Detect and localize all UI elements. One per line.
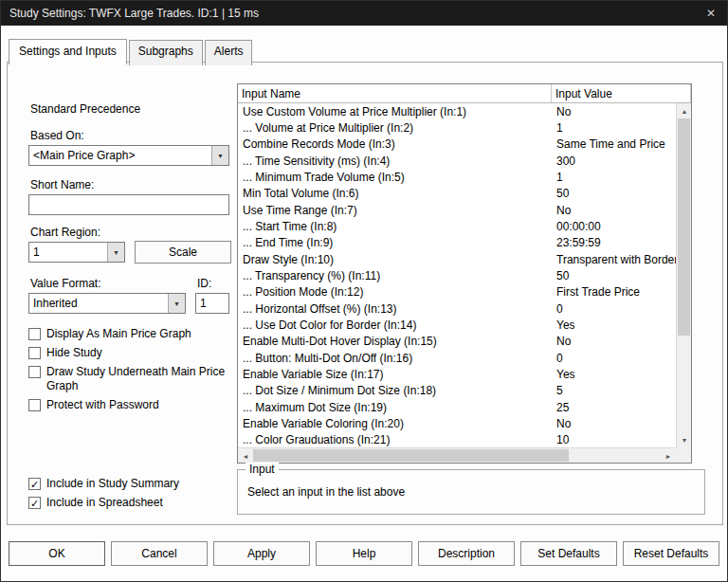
table-row[interactable]: ... Start Time (In:8)00:00:00 (238, 218, 676, 234)
input-name-cell: ... Minimum Trade Volume (In:5) (238, 171, 552, 184)
table-row[interactable]: ... Color Grauduations (In:21)10 (238, 432, 676, 447)
input-group-box: Input Select an input in the list above (237, 469, 705, 515)
checkbox-box[interactable] (28, 328, 41, 340)
short-name-input[interactable] (28, 194, 229, 215)
checkbox-include-in-spreadsheet[interactable]: ✓Include in Spreadsheet (28, 496, 233, 510)
table-row[interactable]: Min Total Volume (In:6)50 (238, 186, 676, 202)
table-row[interactable]: Enable Multi-Dot Hover Display (In:15)No (238, 334, 676, 350)
input-value-cell: Yes (552, 318, 676, 332)
tab-alerts[interactable]: Alerts (205, 40, 253, 65)
input-name-cell: ... Color Grauduations (In:21) (238, 433, 552, 446)
column-header-input-value[interactable]: Input Value (552, 84, 691, 102)
horizontal-scrollbar[interactable]: ◄ ► (238, 447, 676, 463)
table-row[interactable]: ... Dot Size / Minimum Dot Size (In:18)5 (238, 383, 676, 399)
study-option-checkboxes: Display As Main Price GraphHide StudyDra… (28, 327, 233, 417)
column-header-input-name[interactable]: Input Name (238, 84, 552, 102)
help-button[interactable]: Help (316, 541, 412, 566)
standard-precedence-label: Standard Precedence (30, 102, 140, 116)
checkbox-box[interactable] (28, 347, 41, 359)
chevron-down-icon[interactable]: ▼ (168, 294, 185, 313)
ok-button[interactable]: OK (9, 541, 105, 566)
settings-panel: Standard Precedence Based On: <Main Pric… (7, 62, 723, 525)
checkbox-box[interactable] (28, 399, 41, 411)
checkbox-box[interactable]: ✓ (28, 497, 41, 509)
button-bar: OKCancelApplyHelpDescriptionSet Defaults… (9, 541, 719, 566)
checkbox-hide-study[interactable]: Hide Study (28, 346, 233, 360)
checkbox-draw-study-underneath-main-price-graph[interactable]: Draw Study Underneath Main Price Graph (28, 365, 233, 393)
checkbox-protect-with-password[interactable]: Protect with Password (28, 398, 233, 412)
checkbox-display-as-main-price-graph[interactable]: Display As Main Price Graph (28, 327, 233, 341)
reset-defaults-button[interactable]: Reset Defaults (623, 541, 719, 566)
set-defaults-button[interactable]: Set Defaults (520, 541, 617, 566)
input-name-cell: ... Start Time (In:8) (238, 220, 552, 233)
based-on-dropdown[interactable]: <Main Price Graph> ▼ (28, 145, 229, 166)
description-button[interactable]: Description (418, 541, 515, 566)
id-label: ID: (197, 277, 211, 290)
inputs-table-header: Input Name Input Value (238, 84, 691, 103)
checkbox-include-in-study-summary[interactable]: ✓Include in Study Summary (28, 477, 233, 491)
table-row[interactable]: ... Maximum Dot Size (In:19)25 (238, 399, 676, 415)
table-row[interactable]: ... Minimum Trade Volume (In:5)1 (238, 169, 676, 185)
vertical-scrollbar-thumb[interactable] (678, 118, 690, 336)
table-row[interactable]: Enable Variable Size (In:17)Yes (238, 366, 676, 382)
tab-subgraphs[interactable]: Subgraphs (129, 40, 203, 65)
checkbox-box[interactable]: ✓ (28, 478, 41, 490)
cancel-button[interactable]: Cancel (111, 541, 208, 566)
input-name-cell: ... Transparency (%) (In:11) (238, 269, 552, 282)
input-value-cell: First Trade Price (552, 285, 676, 299)
apply-button[interactable]: Apply (213, 541, 310, 566)
table-row[interactable]: ... Time Sensitivity (ms) (In:4)300 (238, 153, 676, 169)
checkbox-label: Draw Study Underneath Main Price Graph (46, 365, 233, 393)
table-row[interactable]: ... Button: Multi-Dot On/Off (In:16)0 (238, 350, 676, 366)
close-icon[interactable]: ✕ (695, 1, 727, 26)
scroll-up-icon[interactable]: ▲ (677, 103, 692, 118)
table-row[interactable]: ... Horizontal Offset (%) (In:13)0 (238, 300, 676, 317)
input-value-cell: 0 (552, 302, 676, 316)
scroll-right-icon[interactable]: ► (661, 448, 676, 464)
horizontal-scrollbar-thumb[interactable] (253, 449, 569, 462)
tab-settings-and-inputs[interactable]: Settings and Inputs (9, 39, 127, 64)
table-row[interactable]: ... Use Dot Color for Border (In:14)Yes (238, 317, 676, 333)
table-row[interactable]: ... Transparency (%) (In:11)50 (238, 267, 676, 283)
input-group-title: Input (246, 463, 279, 476)
vertical-scrollbar[interactable]: ▲ ▼ (676, 103, 691, 447)
scroll-left-icon[interactable]: ◄ (238, 448, 253, 464)
input-value-cell: 1 (552, 171, 676, 184)
chart-region-dropdown[interactable]: 1 ▼ (28, 242, 125, 263)
scale-button[interactable]: Scale (135, 241, 231, 264)
chevron-down-icon[interactable]: ▼ (211, 146, 228, 165)
table-row[interactable]: ... Position Mode (In:12)First Trade Pri… (238, 284, 676, 300)
checkbox-box[interactable] (28, 366, 41, 378)
based-on-label: Based On: (30, 129, 84, 142)
input-value-cell: 00:00:00 (552, 220, 676, 233)
input-name-cell: Draw Style (In:10) (238, 253, 552, 266)
short-name-label: Short Name: (30, 178, 94, 191)
inputs-table-body: Use Custom Volume at Price Multiplier (I… (238, 103, 676, 447)
checkbox-label: Protect with Password (46, 398, 159, 412)
value-format-value: Inherited (29, 294, 168, 313)
input-name-cell: Use Custom Volume at Price Multiplier (I… (238, 105, 552, 118)
table-row[interactable]: ... End Time (In:9)23:59:59 (238, 235, 676, 251)
value-format-dropdown[interactable]: Inherited ▼ (28, 293, 186, 314)
input-name-cell: ... Use Dot Color for Border (In:14) (238, 318, 552, 332)
input-value-cell: 5 (552, 384, 676, 397)
id-input[interactable] (195, 293, 229, 314)
table-row[interactable]: Draw Style (In:10)Transparent with Borde… (238, 251, 676, 267)
input-value-cell: 10 (552, 433, 676, 446)
study-settings-dialog: Study Settings: TWFX Large Trades. ID:1 … (0, 0, 728, 582)
input-value-cell: 50 (552, 187, 676, 200)
table-row[interactable]: Combine Records Mode (In:3)Same Time and… (238, 136, 676, 153)
input-value-cell: No (552, 417, 676, 430)
table-row[interactable]: Use Time Range (In:7)No (238, 202, 676, 218)
chevron-down-icon[interactable]: ▼ (107, 243, 124, 262)
input-name-cell: Enable Variable Size (In:17) (238, 368, 552, 381)
table-row[interactable]: Use Custom Volume at Price Multiplier (I… (238, 103, 676, 119)
include-checkboxes: ✓Include in Study Summary✓Include in Spr… (28, 477, 233, 515)
table-row[interactable]: Enable Variable Coloring (In:20)No (238, 415, 676, 431)
input-value-cell: No (552, 204, 676, 217)
scroll-down-icon[interactable]: ▼ (677, 432, 692, 447)
checkbox-label: Include in Study Summary (46, 477, 179, 491)
title-bar: Study Settings: TWFX Large Trades. ID:1 … (1, 1, 727, 26)
input-name-cell: Enable Variable Coloring (In:20) (238, 417, 552, 430)
table-row[interactable]: ... Volume at Price Multiplier (In:2)1 (238, 119, 676, 136)
